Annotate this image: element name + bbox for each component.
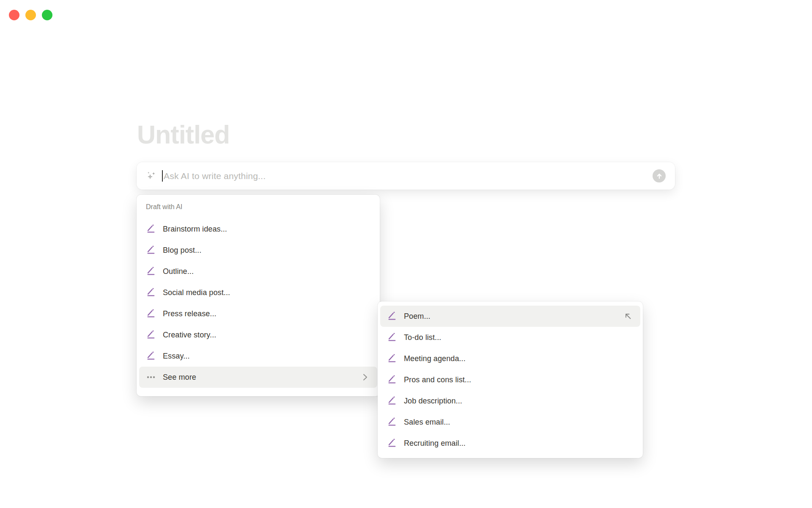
menu-item-pros-and-cons-list[interactable]: Pros and cons list... [380, 369, 640, 390]
text-caret [162, 170, 163, 182]
menu-item-label: Creative story... [163, 331, 370, 340]
pencil-icon [387, 438, 397, 448]
pencil-icon [387, 332, 397, 342]
menu-header: Draft with AI [139, 200, 377, 214]
menu-item-label: Press release... [163, 309, 370, 318]
menu-item-label: Blog post... [163, 246, 370, 255]
menu-item-to-do-list[interactable]: To-do list... [380, 327, 640, 348]
minimize-window-button[interactable] [25, 10, 36, 20]
window-controls [9, 10, 52, 20]
menu-item-outline[interactable]: Outline... [139, 261, 377, 282]
pencil-icon [387, 396, 397, 406]
menu-item-press-release[interactable]: Press release... [139, 303, 377, 324]
ellipsis-icon [146, 372, 156, 382]
menu-item-label: Meeting agenda... [404, 354, 633, 363]
menu-item-social-media-post[interactable]: Social media post... [139, 282, 377, 303]
pencil-icon [387, 311, 397, 321]
ai-prompt-input[interactable]: Ask AI to write anything... [137, 162, 675, 190]
app-window: Untitled Ask AI to write anything... Dra… [0, 0, 812, 508]
page-title-placeholder[interactable]: Untitled [137, 122, 230, 148]
menu-item-sales-email[interactable]: Sales email... [380, 411, 640, 433]
menu-item-brainstorm-ideas[interactable]: Brainstorm ideas... [139, 218, 377, 240]
pencil-icon [146, 245, 156, 255]
menu-item-poem[interactable]: Poem... [380, 306, 640, 327]
pencil-icon [387, 353, 397, 364]
menu-item-see-more[interactable]: See more [139, 367, 377, 388]
menu-item-label: Job description... [404, 397, 633, 406]
ai-prompt-placeholder: Ask AI to write anything... [164, 171, 653, 181]
pencil-icon [146, 266, 156, 276]
menu-item-label: Poem... [404, 312, 623, 321]
menu-item-label: Sales email... [404, 418, 633, 427]
menu-item-label: Social media post... [163, 288, 370, 297]
pencil-icon [146, 224, 156, 234]
chevron-right-icon [360, 373, 370, 382]
pencil-icon [146, 351, 156, 361]
menu-item-blog-post[interactable]: Blog post... [139, 240, 377, 261]
menu-item-label: To-do list... [404, 333, 633, 342]
pencil-icon [146, 287, 156, 298]
menu-item-label: Recruiting email... [404, 439, 633, 448]
arrow-up-left-icon [623, 312, 633, 321]
menu-item-essay[interactable]: Essay... [139, 345, 377, 367]
pencil-icon [387, 417, 397, 427]
zoom-window-button[interactable] [42, 10, 52, 20]
menu-item-label: Outline... [163, 267, 370, 276]
pencil-icon [146, 309, 156, 319]
pencil-icon [146, 330, 156, 340]
menu-item-label: See more [163, 373, 360, 382]
draft-with-ai-menu: Draft with AI Brainstorm ideas... Blog p… [137, 195, 380, 396]
menu-item-job-description[interactable]: Job description... [380, 390, 640, 411]
pencil-icon [387, 375, 397, 385]
see-more-submenu: Poem... To-do list... Meeting agenda... [378, 301, 643, 458]
menu-item-label: Essay... [163, 352, 370, 361]
menu-item-meeting-agenda[interactable]: Meeting agenda... [380, 348, 640, 369]
menu-item-recruiting-email[interactable]: Recruiting email... [380, 433, 640, 454]
menu-item-label: Pros and cons list... [404, 375, 633, 384]
submit-prompt-button[interactable] [653, 169, 666, 182]
sparkles-icon [146, 171, 157, 182]
close-window-button[interactable] [9, 10, 19, 20]
menu-item-creative-story[interactable]: Creative story... [139, 324, 377, 345]
menu-item-label: Brainstorm ideas... [163, 225, 370, 234]
arrow-up-icon [655, 171, 664, 181]
